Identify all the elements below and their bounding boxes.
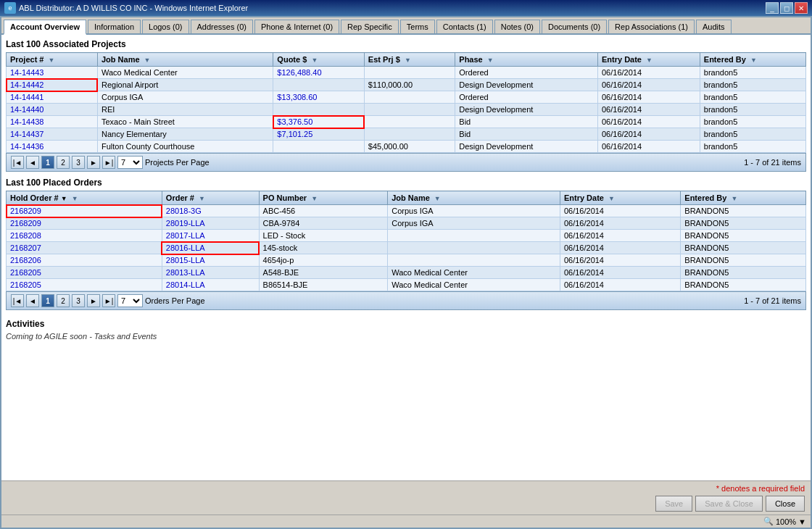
- tab-addresses[interactable]: Addresses (0): [191, 20, 253, 33]
- order-num-cell: 28016-LLA: [162, 242, 259, 254]
- proj-page-2-btn[interactable]: 2: [57, 156, 70, 169]
- orders-entered-by-cell: BRANDON5: [681, 279, 806, 291]
- entered-by-cell: brandon5: [700, 67, 805, 79]
- project-num-cell: 14-14438: [7, 116, 98, 128]
- quote-link[interactable]: $7,101.25: [277, 130, 312, 138]
- proj-next-page-btn[interactable]: ►: [87, 156, 100, 169]
- filter-icon-phase[interactable]: ▼: [487, 57, 494, 64]
- proj-prev-page-btn[interactable]: ◄: [26, 156, 39, 169]
- col-job-name[interactable]: Job Name ▼: [97, 53, 273, 67]
- hold-order-link[interactable]: 2168209: [10, 219, 41, 228]
- tab-rep-specific[interactable]: Rep Specific: [341, 20, 399, 33]
- proj-page-1-btn[interactable]: 1: [41, 156, 54, 169]
- project-num-link[interactable]: 14-14442: [10, 80, 44, 89]
- col-hold-order[interactable]: Hold Order # ▼ ▼: [7, 191, 162, 205]
- project-num-link[interactable]: 14-14438: [10, 117, 44, 126]
- order-num-link[interactable]: 28019-LLA: [166, 219, 205, 228]
- filter-icon-jobname[interactable]: ▼: [144, 57, 151, 64]
- hold-order-link[interactable]: 2168207: [10, 243, 41, 252]
- tab-documents[interactable]: Documents (0): [542, 20, 607, 33]
- filter-icon-orders-jobname[interactable]: ▼: [434, 195, 441, 202]
- phase-cell: Ordered: [455, 91, 598, 104]
- hold-order-link[interactable]: 2168205: [10, 268, 41, 277]
- quote-link[interactable]: $126,488.40: [277, 68, 321, 77]
- filter-icon-entrydate[interactable]: ▼: [646, 57, 652, 64]
- tab-logos[interactable]: Logos (0): [142, 20, 188, 33]
- orders-entered-by-cell: BRANDON5: [681, 267, 806, 279]
- save-close-button[interactable]: Save & Close: [695, 496, 763, 512]
- project-num-link[interactable]: 14-14436: [10, 142, 44, 151]
- minimize-button[interactable]: _: [766, 2, 779, 14]
- tab-information[interactable]: Information: [88, 20, 141, 33]
- orders-prev-page-btn[interactable]: ◄: [26, 294, 39, 307]
- orders-job-name-cell: [388, 242, 560, 254]
- order-num-link[interactable]: 28014-LLA: [166, 280, 205, 289]
- orders-entry-date-cell: 06/16/2014: [560, 242, 680, 254]
- tab-terms[interactable]: Terms: [400, 20, 435, 33]
- orders-per-page-select[interactable]: 7 10 25: [117, 294, 143, 307]
- filter-icon-enteredby[interactable]: ▼: [750, 57, 757, 64]
- col-project-num[interactable]: Project # ▼: [7, 53, 98, 67]
- filter-icon-orders-entrydate[interactable]: ▼: [608, 195, 615, 202]
- col-phase[interactable]: Phase ▼: [455, 53, 598, 67]
- orders-first-page-btn[interactable]: |◄: [11, 294, 24, 307]
- col-quote[interactable]: Quote $ ▼: [273, 53, 364, 67]
- order-num-link[interactable]: 28018-3G: [166, 207, 202, 215]
- hold-order-link[interactable]: 2168206: [10, 256, 41, 264]
- tab-phone-internet[interactable]: Phone & Internet (0): [254, 20, 339, 33]
- col-entered-by[interactable]: Entered By ▼: [700, 53, 805, 67]
- hold-order-link[interactable]: 2168205: [10, 280, 41, 289]
- close-window-button[interactable]: ✕: [795, 2, 808, 14]
- col-po-number[interactable]: PO Number ▼: [259, 191, 388, 205]
- title-bar-buttons[interactable]: _ ◻ ✕: [766, 2, 808, 14]
- col-order-num[interactable]: Order # ▼: [162, 191, 259, 205]
- col-est-prj[interactable]: Est Prj $ ▼: [364, 53, 455, 67]
- col-orders-job-name[interactable]: Job Name ▼: [388, 191, 560, 205]
- tab-account-overview[interactable]: Account Overview: [4, 20, 86, 35]
- col-orders-entered-by[interactable]: Entered By ▼: [681, 191, 806, 205]
- col-orders-entry-date[interactable]: Entry Date ▼: [560, 191, 680, 205]
- orders-page-2-btn[interactable]: 2: [57, 294, 70, 307]
- tab-notes[interactable]: Notes (0): [494, 20, 540, 33]
- order-num-link[interactable]: 28017-LLA: [166, 231, 205, 240]
- project-num-link[interactable]: 14-14440: [10, 105, 44, 114]
- quote-link[interactable]: $3,376.50: [277, 117, 312, 126]
- proj-first-page-btn[interactable]: |◄: [11, 156, 24, 169]
- restore-button[interactable]: ◻: [780, 2, 793, 14]
- filter-icon-orders-enteredby[interactable]: ▼: [731, 195, 737, 202]
- project-num-link[interactable]: 14-14443: [10, 68, 44, 77]
- orders-page-3-btn[interactable]: 3: [72, 294, 85, 307]
- proj-per-page-select[interactable]: 7 10 25: [117, 156, 143, 169]
- zoom-dropdown-icon[interactable]: ▼: [798, 517, 806, 526]
- close-button[interactable]: Close: [766, 496, 805, 512]
- zoom-control[interactable]: 🔍 100% ▼: [763, 517, 806, 526]
- orders-next-page-btn[interactable]: ►: [87, 294, 100, 307]
- filter-icon-ordernum[interactable]: ▼: [199, 195, 205, 202]
- filter-icon-hold[interactable]: ▼: [72, 195, 78, 202]
- order-num-link[interactable]: 28015-LLA: [166, 256, 205, 264]
- phase-cell: Bid: [455, 128, 598, 141]
- filter-icon-quote[interactable]: ▼: [311, 57, 318, 64]
- col-entry-date[interactable]: Entry Date ▼: [597, 53, 700, 67]
- proj-last-page-btn[interactable]: ►|: [102, 156, 115, 169]
- order-num-link[interactable]: 28016-LLA: [166, 243, 205, 252]
- table-row: 14-14436Fulton County Courthouse$45,000.…: [7, 141, 806, 153]
- quote-link[interactable]: $13,308.60: [277, 93, 317, 101]
- filter-icon-estprj[interactable]: ▼: [405, 57, 411, 64]
- tab-rep-associations[interactable]: Rep Associations (1): [608, 20, 695, 33]
- po-number-cell: B86514-BJE: [259, 279, 388, 291]
- tab-contacts[interactable]: Contacts (1): [436, 20, 493, 33]
- orders-page-1-btn[interactable]: 1: [41, 294, 54, 307]
- hold-order-link[interactable]: 2168209: [10, 207, 41, 215]
- order-num-link[interactable]: 28013-LLA: [166, 268, 205, 277]
- save-button[interactable]: Save: [655, 496, 692, 512]
- proj-page-3-btn[interactable]: 3: [72, 156, 85, 169]
- hold-order-link[interactable]: 2168208: [10, 231, 41, 240]
- filter-icon-project[interactable]: ▼: [49, 57, 55, 64]
- tab-audits[interactable]: Audits: [696, 20, 732, 33]
- filter-icon-ponumber[interactable]: ▼: [311, 195, 318, 202]
- orders-last-page-btn[interactable]: ►|: [102, 294, 115, 307]
- table-row: 216820928019-LLACBA-9784Corpus IGA06/16/…: [7, 217, 806, 230]
- project-num-link[interactable]: 14-14441: [10, 93, 44, 101]
- project-num-link[interactable]: 14-14437: [10, 130, 44, 138]
